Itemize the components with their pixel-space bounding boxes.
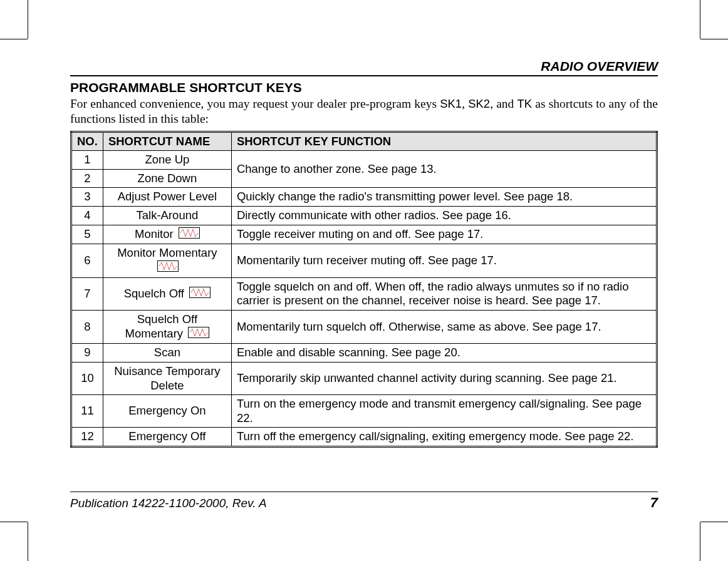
intro-text: , and xyxy=(490,97,517,110)
cell-no: 9 xyxy=(71,344,103,363)
cell-name: Nuisance Temporary Delete xyxy=(103,363,231,395)
table-row: 8Squelch Off Momentary Momentarily turn … xyxy=(71,311,657,344)
shortcut-name: Zone Up xyxy=(145,153,189,166)
table-row: 5Monitor Toggle receiver muting on and o… xyxy=(71,225,657,244)
shortcut-name: Squelch Off xyxy=(124,287,184,300)
wave-icon xyxy=(157,260,179,275)
cell-no: 6 xyxy=(71,244,103,277)
table-header-row: NO. SHORTCUT NAME SHORTCUT KEY FUNCTION xyxy=(71,131,657,151)
cell-function: Turn off the emergency call/signaling, e… xyxy=(231,428,657,447)
cell-name: Squelch Off Momentary xyxy=(103,311,231,344)
wave-icon xyxy=(179,227,200,242)
key-sk1: SK1 xyxy=(440,97,462,110)
shortcut-name: Scan xyxy=(154,346,180,359)
cell-name: Monitor xyxy=(103,225,231,244)
cell-function: Quickly change the radio's transmitting … xyxy=(231,188,657,207)
shortcut-name: Nuisance Temporary Delete xyxy=(114,364,220,392)
table-row: 1Zone UpChange to another zone. See page… xyxy=(71,151,657,170)
wave-icon xyxy=(189,287,211,302)
key-tk: TK xyxy=(517,97,532,110)
shortcut-name: Monitor xyxy=(135,227,174,240)
cell-function: Toggle receiver muting on and off. See p… xyxy=(231,225,657,244)
page: RADIO OVERVIEW PROGRAMMABLE SHORTCUT KEY… xyxy=(28,39,700,522)
cell-name: Scan xyxy=(103,344,231,363)
col-no: NO. xyxy=(71,131,103,151)
intro-text: , xyxy=(462,97,468,110)
table-row: 12Emergency OffTurn off the emergency ca… xyxy=(71,428,657,447)
table-row: 6Monitor Momentary Momentarily turn rece… xyxy=(71,244,657,277)
key-sk2: SK2 xyxy=(468,97,490,110)
cell-name: Emergency On xyxy=(103,395,231,428)
cell-function: Change to another zone. See page 13. xyxy=(231,151,657,188)
cell-name: Talk-Around xyxy=(103,207,231,225)
table-row: 9ScanEnable and disable scanning. See pa… xyxy=(71,344,657,363)
table-row: 4Talk-AroundDirectly communicate with ot… xyxy=(71,207,657,225)
table-row: 10Nuisance Temporary DeleteTemporarily s… xyxy=(71,363,657,395)
page-number: 7 xyxy=(650,495,658,511)
shortcut-name: Emergency On xyxy=(128,404,205,417)
cell-function: Toggle squelch on and off. When off, the… xyxy=(231,277,657,310)
shortcut-table: NO. SHORTCUT NAME SHORTCUT KEY FUNCTION … xyxy=(70,131,658,448)
cell-name: Emergency Off xyxy=(103,428,231,447)
cell-name: Zone Down xyxy=(103,169,231,188)
shortcut-name: Squelch Off Momentary xyxy=(125,312,198,340)
cell-name: Adjust Power Level xyxy=(103,188,231,207)
wave-icon xyxy=(188,327,209,342)
cell-no: 7 xyxy=(71,277,103,310)
cell-no: 12 xyxy=(71,428,103,447)
shortcut-name: Zone Down xyxy=(138,172,197,185)
publication-id: Publication 14222-1100-2000, Rev. A xyxy=(70,497,267,510)
section-title: PROGRAMMABLE SHORTCUT KEYS xyxy=(70,80,658,95)
cell-name: Zone Up xyxy=(103,151,231,170)
shortcut-name: Emergency Off xyxy=(128,430,205,443)
table-row: 7Squelch Off Toggle squelch on and off. … xyxy=(71,277,657,310)
intro-text: For enhanced convenience, you may reques… xyxy=(70,97,440,110)
cell-name: Monitor Momentary xyxy=(103,244,231,277)
intro-paragraph: For enhanced convenience, you may reques… xyxy=(70,96,658,127)
cell-no: 8 xyxy=(71,311,103,344)
cell-no: 2 xyxy=(71,169,103,188)
col-name: SHORTCUT NAME xyxy=(103,131,231,151)
cell-function: Directly communicate with other radios. … xyxy=(231,207,657,225)
cell-name: Squelch Off xyxy=(103,277,231,310)
col-func: SHORTCUT KEY FUNCTION xyxy=(231,131,657,151)
table-row: 11Emergency OnTurn on the emergency mode… xyxy=(71,395,657,428)
cell-no: 10 xyxy=(71,363,103,395)
shortcut-name: Adjust Power Level xyxy=(118,190,217,203)
cell-function: Momentarily turn receiver muting off. Se… xyxy=(231,244,657,277)
shortcut-name: Monitor Momentary xyxy=(117,246,217,259)
page-footer: Publication 14222-1100-2000, Rev. A 7 xyxy=(70,492,658,511)
table-row: 3Adjust Power LevelQuickly change the ra… xyxy=(71,188,657,207)
cell-no: 1 xyxy=(71,151,103,170)
cell-function: Enable and disable scanning. See page 20… xyxy=(231,344,657,363)
cell-no: 4 xyxy=(71,207,103,225)
cell-function: Momentarily turn squelch off. Otherwise,… xyxy=(231,311,657,344)
cell-function: Turn on the emergency mode and transmit … xyxy=(231,395,657,428)
running-header: RADIO OVERVIEW xyxy=(70,59,658,76)
shortcut-name: Talk-Around xyxy=(137,208,199,222)
cell-no: 3 xyxy=(71,188,103,207)
cell-no: 11 xyxy=(71,395,103,428)
cell-function: Temporarily skip unwanted channel activi… xyxy=(231,363,657,395)
cell-no: 5 xyxy=(71,225,103,244)
